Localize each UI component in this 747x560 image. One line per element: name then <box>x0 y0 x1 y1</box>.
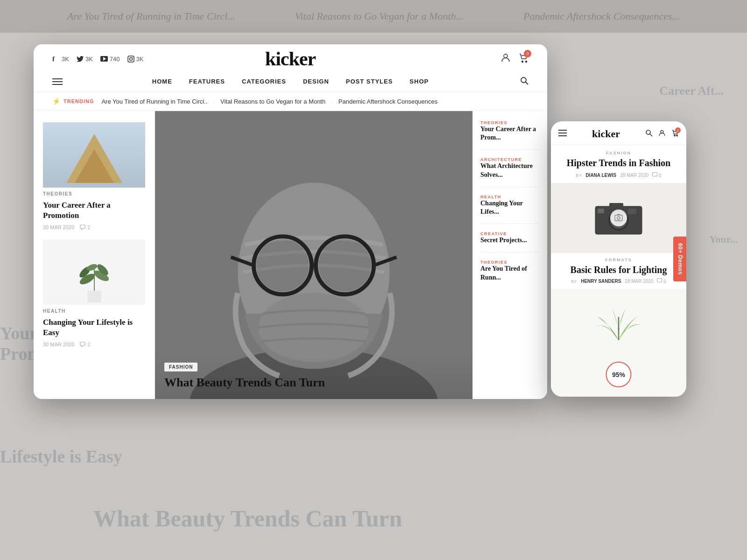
mobile-by-1: BY <box>576 173 582 178</box>
twitter-count: 3K <box>85 56 93 63</box>
instagram-count: 3K <box>136 56 144 63</box>
mobile-section-formats: FORMATS <box>551 253 686 264</box>
svg-rect-50 <box>615 215 622 221</box>
svg-rect-32 <box>558 133 567 133</box>
lifestyle-comments: 2 <box>80 342 90 347</box>
sidebar-cat-2: ARCHITECTURE <box>480 157 540 162</box>
user-icon[interactable] <box>500 53 511 65</box>
sidebar-cat-3: HEALTH <box>480 195 540 199</box>
mobile-cart-icon[interactable]: 0 <box>671 129 679 139</box>
sidebar-title-5[interactable]: Are You Tired of Runn... <box>480 265 540 281</box>
mobile-user-icon[interactable] <box>658 129 666 139</box>
svg-rect-31 <box>558 130 567 131</box>
lifestyle-date: 30 MAR 2020 <box>43 342 74 347</box>
instagram-link[interactable]: 3K <box>127 56 144 63</box>
svg-rect-11 <box>87 291 101 302</box>
sidebar-article-2: ARCHITECTURE What Architecture Solves... <box>480 157 540 179</box>
article-img-lifestyle <box>43 239 145 305</box>
svg-point-6 <box>522 61 523 63</box>
nav-categories[interactable]: CATEGORIES <box>242 78 286 85</box>
svg-point-51 <box>617 217 620 219</box>
career-category: THEORIES <box>43 191 145 196</box>
svg-line-9 <box>526 82 529 84</box>
svg-point-8 <box>521 77 526 83</box>
search-icon[interactable] <box>520 77 529 87</box>
svg-rect-18 <box>80 342 85 346</box>
right-sidebar: THEORIES Your Career After a Prom... ARC… <box>472 111 547 399</box>
nav-home[interactable]: HOME <box>152 78 172 85</box>
youtube-link[interactable]: 740 <box>100 56 120 63</box>
social-links: f 3K 3K 740 3K <box>52 55 143 63</box>
svg-point-38 <box>677 135 677 136</box>
svg-rect-41 <box>609 203 623 209</box>
nav-shop[interactable]: SHOP <box>409 78 429 85</box>
demos-tab[interactable]: 60+ Demos <box>673 237 686 281</box>
sidebar-title-3[interactable]: Changing Your Lifes... <box>480 199 540 216</box>
svg-point-4 <box>132 57 133 58</box>
twitter-icon <box>77 56 84 62</box>
sidebar-cat-4: CREATIVE <box>480 231 540 236</box>
sidebar-article-5: THEORIES Are You Tired of Runn... <box>480 260 540 281</box>
career-meta: 30 MAR 2020 2 <box>43 224 145 230</box>
header-actions: 0 <box>500 53 529 65</box>
trending-item-1[interactable]: Are You Tired of Running in Time Circl.. <box>101 98 207 105</box>
nav-post-styles[interactable]: POST STYLES <box>346 78 393 85</box>
sidebar-article-4: CREATIVE Secret Projects... <box>480 231 540 245</box>
article-card-lifestyle: HEALTH Changing Your Lifestyle is Easy 3… <box>43 239 145 347</box>
trending-text: TRENDING <box>63 98 94 104</box>
mobile-article-title-1[interactable]: Hipster Trends in Fashion <box>551 157 686 172</box>
mobile-date-1: 28 MAR 2020 <box>620 173 648 178</box>
feature-title[interactable]: What Beauty Trends Can Turn <box>164 375 463 390</box>
sidebar-divider-1 <box>480 149 540 150</box>
mobile-hamburger-icon[interactable] <box>558 130 567 138</box>
cart-badge-count: 0 <box>524 50 531 57</box>
facebook-link[interactable]: f 3K <box>52 55 69 63</box>
mobile-search-icon[interactable] <box>645 129 653 139</box>
youtube-icon <box>100 56 108 62</box>
mobile-logo[interactable]: kicker <box>592 128 620 140</box>
bg-item-1: Are You Tired of Running in Time Circl..… <box>67 10 235 22</box>
header-top: f 3K 3K 740 3K kicker <box>52 53 529 65</box>
sidebar-title-2[interactable]: What Architecture Solves... <box>480 162 540 179</box>
nav-features[interactable]: FEATURES <box>189 78 225 85</box>
svg-point-28 <box>256 239 309 292</box>
mobile-window: kicker 0 FASHION Hipster Trends in Fashi… <box>551 121 686 397</box>
sidebar-article-1: THEORIES Your Career After a Prom... <box>480 120 540 142</box>
svg-rect-47 <box>628 209 636 214</box>
sidebar-article-3: HEALTH Changing Your Lifes... <box>480 195 540 216</box>
progress-circle: 95% <box>606 362 632 387</box>
mobile-by-2: BY <box>571 279 577 284</box>
bg-top-bar: Are You Tired of Running in Time Circl..… <box>0 0 747 33</box>
bg-beauty-text: What Beauty Trends Can Turn <box>93 505 402 532</box>
bg-lifestyle-text: Lifestyle is Easy <box>0 446 122 467</box>
lifestyle-title[interactable]: Changing Your Lifestyle is Easy <box>43 317 145 338</box>
mobile-section-fashion: FASHION <box>551 145 686 157</box>
trending-label: ⚡ TRENDING <box>52 98 94 105</box>
center-feature: FASHION What Beauty Trends Can Turn <box>155 111 472 399</box>
svg-rect-39 <box>653 173 657 176</box>
sidebar-title-1[interactable]: Your Career After a Prom... <box>480 125 540 142</box>
career-title[interactable]: Your Career After a Promotion <box>43 200 145 221</box>
svg-point-34 <box>646 130 650 134</box>
svg-rect-10 <box>80 225 85 229</box>
trending-item-2[interactable]: Vital Reasons to Go Vegan for a Month <box>220 98 325 105</box>
trending-item-3[interactable]: Pandemic Aftershock Consequences <box>338 98 437 105</box>
main-navigation: HOME FEATURES CATEGORIES DESIGN POST STY… <box>52 71 529 91</box>
feature-image: FASHION What Beauty Trends Can Turn <box>155 111 472 399</box>
cart-icon[interactable]: 0 <box>518 53 529 65</box>
mobile-article-title-2[interactable]: Basic Rules for Lighting <box>551 264 686 278</box>
site-logo[interactable]: kicker <box>265 48 316 70</box>
twitter-link[interactable]: 3K <box>77 56 93 63</box>
mobile-author-1: DIANA LEWIS <box>585 173 616 178</box>
left-sidebar: THEORIES Your Career After a Promotion 3… <box>34 111 155 399</box>
svg-rect-33 <box>558 135 567 136</box>
trending-icon: ⚡ <box>52 98 61 105</box>
svg-point-7 <box>526 61 527 63</box>
mobile-comments-1: 0 <box>652 172 661 178</box>
lifestyle-category: HEALTH <box>43 308 145 314</box>
mobile-header: kicker 0 <box>551 121 686 145</box>
sidebar-title-4[interactable]: Secret Projects... <box>480 236 540 245</box>
hamburger-menu[interactable] <box>52 78 63 85</box>
nav-design[interactable]: DESIGN <box>303 78 329 85</box>
svg-point-3 <box>129 57 132 60</box>
